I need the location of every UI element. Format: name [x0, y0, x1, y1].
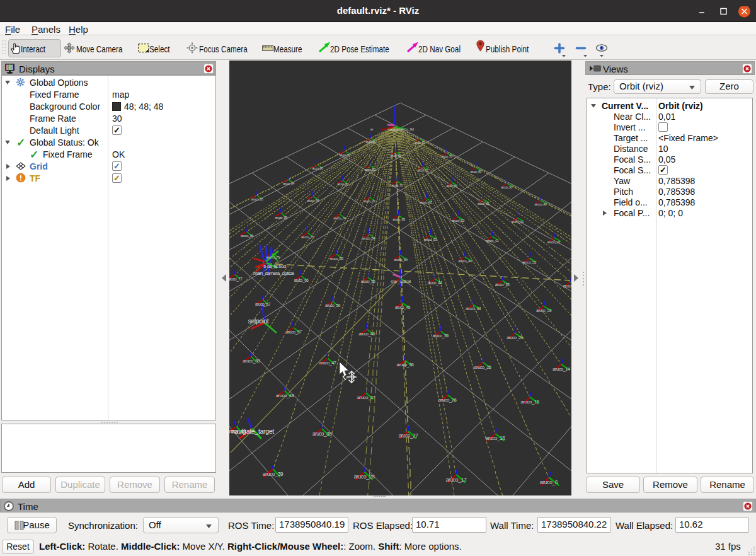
svg-text:aruco_27: aruco_27	[399, 432, 418, 439]
svg-text:aruco_23: aruco_23	[536, 308, 552, 313]
svg-text:aruco_81: aruco_81	[391, 154, 401, 158]
svg-text:aruco_57: aruco_57	[285, 330, 302, 335]
svg-text:aruco_41: aruco_41	[511, 220, 524, 224]
svg-text:aruco_46: aruco_46	[358, 332, 375, 337]
svg-text:aruco_73: aruco_73	[364, 199, 375, 203]
svg-text:aruco_67: aruco_67	[255, 302, 271, 307]
svg-text:b se_lik bod: b se_lik bod	[263, 264, 286, 269]
svg-text:aruco_51: aruco_51	[478, 202, 490, 206]
svg-text:aruco_70: aruco_70	[442, 155, 452, 158]
svg-text:aruco_55: aruco_55	[361, 279, 376, 284]
svg-text:aruco_43: aruco_43	[458, 258, 472, 263]
svg-text:aruco_80: aruco_80	[415, 141, 425, 144]
svg-text:aruco_22: aruco_22	[563, 284, 571, 289]
svg-text:aruco_36: aruco_36	[397, 362, 414, 368]
svg-text:aruco_66: aruco_66	[294, 278, 309, 283]
svg-text:aruco_60: aruco_60	[470, 170, 481, 173]
svg-text:aruco_24: aruco_24	[507, 335, 523, 340]
svg-text:aruco_6: aruco_6	[540, 479, 558, 485]
svg-text:aruco_95: aruco_95	[251, 197, 263, 201]
svg-text:aruco_17: aruco_17	[446, 477, 467, 483]
svg-text:aruco_72: aruco_72	[391, 183, 403, 187]
svg-text:setpoint: setpoint	[248, 318, 269, 325]
svg-text:ma _optical: ma _optical	[391, 279, 411, 284]
svg-text:aruco_75: aruco_75	[301, 235, 314, 239]
svg-text:aruco_92: aruco_92	[340, 154, 350, 157]
svg-text:aruco_39: aruco_39	[263, 471, 284, 477]
svg-text:aruco_63: aruco_63	[392, 217, 405, 221]
svg-text:aruco_94: aruco_94	[283, 182, 294, 185]
svg-text:aruco_64: aruco_64	[362, 236, 376, 240]
svg-text:aruco_25: aruco_25	[474, 364, 491, 370]
svg-text:aruco_45: aruco_45	[395, 305, 411, 310]
svg-text:aruco_90: aruco_90	[389, 129, 399, 132]
svg-text:aruco_54: aruco_54	[394, 257, 408, 262]
svg-text:w: w	[370, 127, 374, 131]
svg-text:aruco_47: aruco_47	[319, 360, 336, 366]
svg-text:aruco_48: aruco_48	[276, 393, 294, 398]
svg-text:aruco_32: aruco_32	[522, 260, 537, 264]
svg-text:aruco_42: aruco_42	[486, 239, 499, 243]
svg-text:aruco_77: aruco_77	[229, 277, 243, 282]
svg-text:aruco_16: aruco_16	[486, 435, 505, 441]
svg-text:aruco_84: aruco_84	[307, 199, 319, 202]
svg-text:aruco_82: aruco_82	[365, 168, 376, 171]
svg-text:aruco_26: aruco_26	[438, 397, 457, 403]
svg-text:aruco_83: aruco_83	[337, 182, 348, 186]
svg-text:aruco_44: aruco_44	[428, 281, 443, 286]
svg-text:aruco_38: aruco_38	[312, 431, 332, 437]
svg-text:aruco_76: aruco_76	[266, 255, 280, 259]
svg-text:aruco_50: aruco_50	[501, 185, 512, 189]
svg-text:aruco_33: aruco_33	[495, 282, 510, 287]
svg-text:aruco_37: aruco_37	[357, 395, 375, 400]
svg-text:aruco_74: aruco_74	[333, 216, 346, 220]
svg-text:aruco_53: aruco_53	[424, 238, 438, 241]
svg-text:aruco_86: aruco_86	[241, 234, 253, 238]
svg-text:ar co_9d: ar co_9d	[400, 127, 415, 131]
svg-text:aruco_35: aruco_35	[432, 333, 449, 339]
svg-text:aruco_71: aruco_71	[418, 168, 429, 172]
svg-text:aruco_14: aruco_14	[553, 366, 570, 372]
svg-text:aruco_65: aruco_65	[329, 256, 344, 260]
svg-text:aruco_93: aruco_93	[312, 166, 324, 170]
svg-text:aruco_30: aruco_30	[571, 221, 571, 225]
svg-text:aruco_91: aruco_91	[365, 141, 375, 144]
svg-text:aruco_61: aruco_61	[446, 184, 457, 188]
svg-text:aruco_34: aruco_34	[466, 306, 481, 311]
svg-text:aruco_52: aruco_52	[452, 219, 464, 223]
svg-text:aruco_40: aruco_40	[535, 202, 547, 206]
svg-text:navigate_target: navigate_target	[231, 427, 274, 435]
svg-text:aruco_58: aruco_58	[243, 358, 260, 364]
svg-text:aruco_85: aruco_85	[275, 216, 287, 219]
svg-text:aruco_28: aruco_28	[354, 473, 375, 480]
svg-text:aruco_31: aruco_31	[547, 240, 561, 244]
svg-text:aruco_62: aruco_62	[420, 200, 432, 204]
svg-text:aruco_56: aruco_56	[325, 303, 341, 308]
svg-text:aruco_15: aruco_15	[521, 399, 540, 405]
svg-text:main_camera_optical: main_camera_optical	[253, 270, 294, 276]
